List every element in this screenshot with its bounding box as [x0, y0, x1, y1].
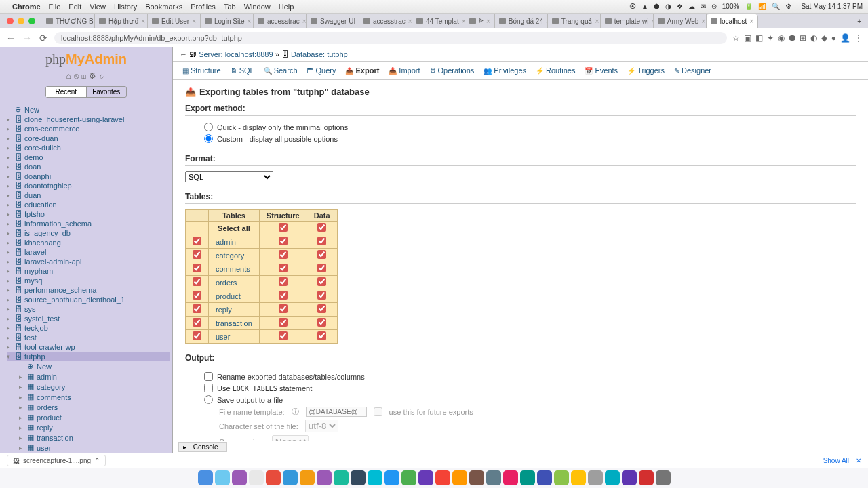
- table-name[interactable]: category: [209, 249, 260, 262]
- ext-icon[interactable]: ◧: [755, 33, 763, 43]
- browser-tab[interactable]: Login Site×: [201, 14, 254, 28]
- db-item[interactable]: ▸🗄teckjob: [7, 323, 170, 333]
- table-name[interactable]: comments: [209, 262, 260, 276]
- control-center-icon[interactable]: ⚙: [785, 3, 791, 10]
- table-item[interactable]: ▸▦orders: [7, 402, 170, 412]
- row-check[interactable]: [193, 304, 201, 313]
- db-item[interactable]: ▸🗄core-dulich: [7, 143, 170, 152]
- pma-tab-triggers[interactable]: ⚡Triggers: [623, 64, 669, 77]
- minimize-window[interactable]: [18, 18, 24, 24]
- db-item[interactable]: ▸🗄fptsho: [7, 209, 170, 219]
- profile-icon[interactable]: 👤: [840, 33, 850, 43]
- db-item[interactable]: ▸🗄systel_test: [7, 314, 170, 323]
- table-item[interactable]: ▸▦user: [7, 443, 170, 453]
- browser-tab[interactable]: Hộp thư đ×: [95, 14, 148, 28]
- browser-tab[interactable]: template wi×: [601, 14, 654, 28]
- pma-tab-events[interactable]: 📅Events: [580, 64, 622, 77]
- database-link[interactable]: Database: tutphp: [291, 50, 348, 58]
- dock-app[interactable]: [503, 470, 518, 485]
- dock-app[interactable]: [266, 470, 281, 485]
- dock-app[interactable]: [469, 470, 484, 485]
- maximize-window[interactable]: [28, 18, 35, 24]
- browser-tab[interactable]: THƯỜNG B×: [42, 14, 95, 28]
- data-check[interactable]: [317, 291, 326, 300]
- ext-icon[interactable]: ◐: [810, 33, 817, 43]
- dock-finder[interactable]: [198, 470, 213, 485]
- help-icon[interactable]: ⓘ: [292, 407, 299, 417]
- table-name[interactable]: user: [209, 330, 260, 344]
- datetime[interactable]: Sat May 14 1:37 PM: [801, 3, 863, 10]
- row-check[interactable]: [193, 250, 201, 259]
- ext-icon[interactable]: ⬢: [789, 33, 795, 43]
- dock-app[interactable]: [317, 470, 332, 485]
- server-link[interactable]: Server: localhost:8889: [199, 50, 273, 58]
- tab-favorites[interactable]: Favorites: [87, 87, 127, 97]
- pma-tab-operations[interactable]: ⚙Operations: [426, 64, 479, 77]
- menubar-icon[interactable]: ⦿: [629, 3, 636, 10]
- dock-app[interactable]: [452, 470, 467, 485]
- dock-trash[interactable]: [656, 470, 671, 485]
- ext-icon[interactable]: ●: [831, 33, 836, 43]
- db-item[interactable]: ▸🗄source_phpthuan_dienthoai_1: [7, 295, 170, 304]
- browser-tab[interactable]: accesstrac×: [254, 14, 307, 28]
- browser-tab[interactable]: Army Web×: [654, 14, 707, 28]
- phpmyadmin-logo[interactable]: phpMyAdmin: [0, 47, 172, 68]
- row-check[interactable]: [193, 277, 201, 286]
- db-item[interactable]: ▸🗄education: [7, 200, 170, 209]
- dock-app[interactable]: [368, 470, 382, 485]
- menu-edit[interactable]: Edit: [68, 3, 81, 11]
- menubar-icon[interactable]: ▲: [642, 3, 648, 10]
- ext-icon[interactable]: ▣: [744, 33, 751, 43]
- data-check[interactable]: [317, 331, 326, 340]
- dock-app[interactable]: [351, 470, 366, 485]
- battery-icon[interactable]: 🔋: [745, 3, 753, 10]
- reload-icon[interactable]: ↻: [99, 71, 106, 81]
- data-check[interactable]: [317, 264, 326, 272]
- ext-icon[interactable]: ◆: [821, 33, 827, 43]
- dock-app[interactable]: [435, 470, 450, 485]
- show-all-downloads[interactable]: Show All: [823, 457, 849, 464]
- new-db[interactable]: ⊕New: [7, 104, 170, 115]
- browser-tab[interactable]: localhost×: [707, 14, 758, 28]
- chevron-up-icon[interactable]: ⌃: [94, 457, 100, 464]
- new-table[interactable]: ⊕New: [7, 361, 170, 371]
- select-all-structure[interactable]: [279, 223, 288, 232]
- table-item[interactable]: ▸▦comments: [7, 392, 170, 402]
- db-tutphp[interactable]: ▾🗄tutphp: [7, 352, 170, 361]
- browser-tab[interactable]: Swagger UI×: [307, 14, 359, 28]
- logout-icon[interactable]: ⎋: [74, 71, 81, 81]
- db-item[interactable]: ▸🗄is_agency_db: [7, 228, 170, 238]
- db-item[interactable]: ▸🗄test: [7, 333, 170, 342]
- pma-tab-import[interactable]: 📥Import: [384, 64, 424, 77]
- structure-check[interactable]: [279, 318, 288, 327]
- browser-tab[interactable]: ᐈ×: [465, 14, 495, 28]
- data-check[interactable]: [317, 304, 326, 313]
- dock-app[interactable]: [520, 470, 535, 485]
- dock-app[interactable]: [554, 470, 569, 485]
- dock-app[interactable]: [300, 470, 315, 485]
- url-input[interactable]: localhost:8888/phpMyAdmin/db_export.php?…: [54, 32, 727, 44]
- data-check[interactable]: [317, 237, 326, 245]
- docs-icon[interactable]: ◫: [81, 71, 89, 81]
- structure-check[interactable]: [279, 277, 288, 286]
- menu-file[interactable]: File: [49, 3, 61, 11]
- data-check[interactable]: [317, 277, 326, 286]
- table-item[interactable]: ▸▦product: [7, 412, 170, 422]
- menubar-icon[interactable]: ✉: [701, 3, 706, 10]
- db-item[interactable]: ▸🗄clone_houserent-using-laravel: [7, 115, 170, 124]
- menu-window[interactable]: Window: [244, 3, 271, 11]
- structure-check[interactable]: [279, 237, 288, 245]
- db-item[interactable]: ▸🗄duan: [7, 190, 170, 200]
- dock-app[interactable]: [283, 470, 298, 485]
- browser-tab[interactable]: accesstrac×: [359, 14, 412, 28]
- db-item[interactable]: ▸🗄mypham: [7, 266, 170, 276]
- radio-save-file[interactable]: [204, 395, 213, 404]
- dock-app[interactable]: [215, 470, 230, 485]
- dock-app[interactable]: [249, 470, 264, 485]
- db-item[interactable]: ▸🗄core-duan: [7, 134, 170, 143]
- menu-help[interactable]: Help: [279, 3, 294, 11]
- ext-icon[interactable]: ⊞: [800, 33, 806, 43]
- menu-bookmarks[interactable]: Bookmarks: [145, 3, 182, 11]
- db-item[interactable]: ▸🗄doantotnghiep: [7, 181, 170, 190]
- download-item[interactable]: 🖼screencapture-1....png⌃: [7, 455, 106, 466]
